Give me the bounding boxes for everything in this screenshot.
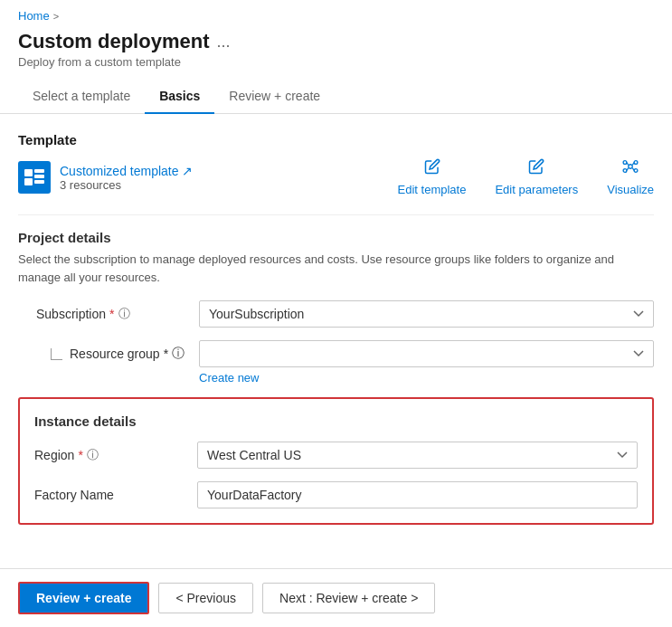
breadcrumb: Home > [0, 0, 672, 26]
edit-template-label: Edit template [398, 183, 467, 196]
svg-rect-0 [24, 169, 33, 176]
page-header: Custom deployment ... Deploy from a cust… [0, 26, 672, 80]
page-subtitle: Deploy from a custom template [18, 55, 654, 69]
resource-group-info-icon: ⓘ [172, 346, 185, 362]
review-create-button[interactable]: Review + create [18, 582, 149, 614]
create-new-link[interactable]: Create new [199, 371, 654, 385]
resource-group-label: Resource group * ⓘ [18, 346, 199, 362]
svg-line-11 [632, 163, 634, 166]
template-info: Customized template ↗ 3 resources [60, 164, 193, 192]
svg-point-5 [629, 165, 633, 169]
edit-parameters-icon [528, 158, 544, 179]
svg-point-7 [634, 161, 638, 165]
template-icon [18, 161, 51, 194]
svg-line-10 [627, 163, 629, 166]
subscription-row: Subscription * ⓘ YourSubscription [18, 300, 654, 328]
svg-line-13 [632, 168, 634, 171]
visualize-icon [621, 158, 639, 179]
subscription-info-icon: ⓘ [118, 306, 130, 322]
subscription-select[interactable]: YourSubscription [199, 300, 654, 328]
tab-select-template[interactable]: Select a template [18, 80, 145, 114]
edit-parameters-label: Edit parameters [495, 183, 578, 196]
template-name[interactable]: Customized template ↗ [60, 164, 193, 178]
tab-basics[interactable]: Basics [145, 80, 214, 114]
breadcrumb-separator: > [53, 11, 59, 22]
region-required: * [78, 448, 82, 462]
region-info-icon: ⓘ [87, 447, 99, 463]
resource-group-row: Resource group * ⓘ [18, 340, 654, 367]
template-row: Customized template ↗ 3 resources Edit t… [18, 158, 654, 196]
visualize-action[interactable]: Visualize [607, 158, 654, 196]
resource-group-select[interactable] [199, 340, 654, 367]
region-row: Region * ⓘ West Central US [34, 442, 638, 469]
external-link-icon: ↗ [182, 164, 193, 178]
factory-name-control [197, 481, 638, 508]
svg-point-8 [623, 169, 627, 173]
template-icon-block: Customized template ↗ 3 resources [18, 161, 193, 194]
previous-button[interactable]: < Previous [158, 583, 253, 613]
svg-line-12 [627, 168, 629, 171]
factory-name-input[interactable] [197, 481, 638, 508]
svg-point-9 [634, 169, 638, 173]
factory-name-label: Factory Name [34, 488, 197, 502]
edit-template-action[interactable]: Edit template [398, 158, 467, 196]
resource-group-control [199, 340, 654, 367]
next-button[interactable]: Next : Review + create > [262, 583, 435, 613]
page-options[interactable]: ... [216, 33, 230, 52]
main-content: Template Customized template ↗ 3 resourc… [0, 114, 672, 588]
subscription-control: YourSubscription [199, 300, 654, 328]
project-details-title: Project details [18, 230, 654, 245]
instance-details-box: Instance details Region * ⓘ West Central… [18, 397, 654, 525]
breadcrumb-home[interactable]: Home [18, 9, 50, 23]
footer-bar: Review + create < Previous Next : Review… [0, 568, 672, 627]
edit-template-icon [424, 158, 440, 179]
svg-rect-2 [34, 169, 44, 173]
svg-rect-3 [34, 175, 44, 178]
instance-details-title: Instance details [34, 413, 638, 429]
visualize-label: Visualize [607, 183, 654, 196]
region-label: Region * ⓘ [34, 447, 197, 463]
region-control: West Central US [197, 442, 638, 469]
svg-rect-4 [34, 180, 44, 184]
page-title: Custom deployment [18, 30, 209, 53]
svg-point-6 [623, 161, 627, 165]
divider-1 [18, 214, 654, 215]
template-svg-icon [24, 169, 44, 185]
region-select[interactable]: West Central US [197, 442, 638, 469]
template-resources: 3 resources [60, 178, 193, 192]
tabs-bar: Select a template Basics Review + create [0, 80, 672, 114]
template-section-title: Template [18, 132, 654, 147]
resource-group-required: * [164, 347, 168, 361]
project-details-desc: Select the subscription to manage deploy… [18, 251, 654, 286]
factory-name-row: Factory Name [34, 481, 638, 508]
svg-rect-1 [24, 178, 33, 185]
template-actions: Edit template Edit parameters [398, 158, 654, 196]
subscription-label: Subscription * ⓘ [18, 306, 199, 322]
tab-review-create[interactable]: Review + create [214, 80, 335, 114]
subscription-required: * [109, 307, 114, 321]
edit-parameters-action[interactable]: Edit parameters [495, 158, 578, 196]
